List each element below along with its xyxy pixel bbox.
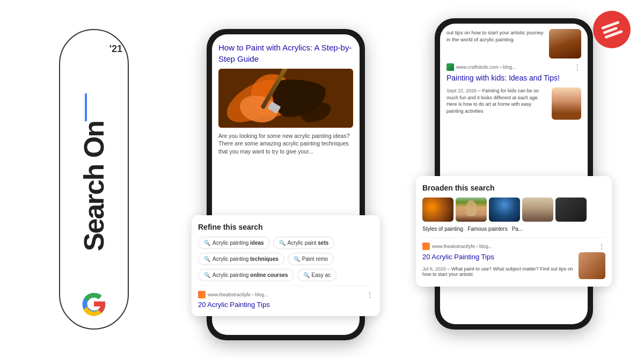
bottom-article-title[interactable]: 20 Acrylic Painting Tips (198, 301, 374, 309)
bottom-article-section: www.theabstractlyfe › blog... ⋮ 20 Acryl… (198, 286, 374, 309)
source-info: www.theabstractlyfe › blog... (198, 291, 268, 298)
year-label: '21 (109, 43, 122, 55)
source-text: www.theabstractlyfe › blog... (208, 292, 268, 297)
phone2-bottom-more-options-icon[interactable]: ⋮ (598, 242, 605, 251)
phone2-bottom-source-info: www.theabstractlyfe › blog... (422, 243, 493, 250)
broaden-chip-famous[interactable]: Famous painters (467, 226, 507, 232)
mid-source-row: www.craftskids.com › blog... ⋮ (447, 63, 581, 71)
broaden-chip-row: Styles of painting Famous painters Pa... (422, 226, 605, 232)
logo-pill: '21 Search On (59, 29, 129, 330)
phone2-bottom-desc: Jul 6, 2020 – What paint to use? What su… (422, 266, 574, 277)
google-logo (80, 290, 107, 317)
phone2-wrapper: out tips on how to start your artistic j… (435, 18, 593, 330)
styles-of-painting-label: Styles of painting (422, 226, 463, 232)
refine-chip-row-3: 🔍 Acrylic painting online courses 🔍 Easy… (198, 269, 374, 281)
phone2-bottom-favicon (422, 243, 430, 250)
broaden-panel: Broaden this search (416, 176, 612, 287)
phone2-bottom-result: www.theabstractlyfe › blog... ⋮ 20 Acryl… (422, 237, 605, 279)
top-right-logo (593, 11, 631, 48)
chip-paint-remo[interactable]: 🔍 Paint remo (288, 253, 334, 265)
starry-painting-thumb (489, 198, 520, 222)
mid-article-image (552, 87, 581, 120)
phone1-article-desc: Are you looking for some new acrylic pai… (218, 132, 353, 156)
phone2-bottom-result-row: 20 Acrylic Painting Tips Jul 6, 2020 – W… (422, 252, 605, 279)
broaden-image-row (422, 198, 605, 222)
mid-snippet-text: Sept 22, 2020 – Painting for kids can be… (447, 87, 547, 120)
broaden-chip-pa[interactable]: Pa... (512, 226, 523, 232)
search-icon-chip3: 🔍 (204, 256, 210, 262)
brand-text: Search On (80, 93, 108, 251)
main-container: '21 Search On How to Paint with Acrylics… (0, 0, 644, 358)
search-icon-chip4: 🔍 (294, 256, 300, 262)
snippet-text: out tips on how to start your artistic j… (447, 29, 545, 59)
logo-stripes (601, 20, 623, 39)
dark-thumb (555, 198, 587, 222)
broaden-img-4 (522, 198, 553, 222)
phone1-wrapper: How to Paint with Acrylics: A Step-by-St… (207, 29, 365, 340)
chip3-text: Acrylic painting techniques (213, 256, 279, 262)
broaden-heading: Broaden this search (422, 184, 605, 192)
chip1-text: Acrylic painting ideas (213, 240, 264, 246)
painting-visual (218, 69, 353, 128)
mid-article-title[interactable]: Painting with kids: Ideas and Tips! (447, 73, 581, 84)
phone1-article-title: How to Paint with Acrylics: A Step-by-St… (218, 42, 353, 64)
broaden-img-1 (422, 198, 453, 222)
chip5-text: Acrylic painting online courses (213, 272, 288, 278)
cursor-icon (85, 93, 87, 121)
mona-painting-thumb (456, 198, 487, 222)
phone2-bottom-date: Jul 6, 2020 (422, 266, 446, 272)
chip-acrylic-painting-ideas[interactable]: 🔍 Acrylic painting ideas (198, 237, 270, 249)
phone1-article-image (218, 69, 353, 128)
chip4-text: Paint remo (302, 256, 328, 262)
left-logo-section: '21 Search On (51, 29, 137, 330)
phone2-bottom-title[interactable]: 20 Acrylic Painting Tips (422, 252, 574, 262)
mid-source-text: www.craftskids.com › blog... (456, 64, 516, 70)
mid-snippet: Sept 22, 2020 – Painting for kids can be… (447, 87, 581, 120)
more-options-icon[interactable]: ⋮ (366, 290, 374, 299)
search-icon-chip5: 🔍 (204, 272, 210, 278)
top-snippet-image (549, 29, 581, 59)
refine-panel-container: Refine this search 🔍 Acrylic painting id… (196, 215, 376, 316)
broaden-chip-styles[interactable]: Styles of painting (422, 226, 463, 232)
mid-favicon-icon (447, 63, 454, 71)
favicon-icon (198, 291, 206, 298)
mid-date: Sept 22, 2020 (447, 88, 477, 93)
broaden-img-2 (456, 198, 487, 222)
top-snippet: out tips on how to start your artistic j… (447, 29, 581, 59)
mid-source-info: www.craftskids.com › blog... (447, 63, 516, 71)
phone2-bottom-text: 20 Acrylic Painting Tips Jul 6, 2020 – W… (422, 252, 574, 277)
phone2-bottom-dash: – (448, 266, 452, 272)
source-row: www.theabstractlyfe › blog... ⋮ (198, 290, 374, 299)
chip-acrylic-painting-online-courses[interactable]: 🔍 Acrylic painting online courses (198, 269, 294, 281)
chip6-text: Easy ac (312, 272, 331, 278)
portrait-thumb (522, 198, 553, 222)
chip2-text: Acrylic paint sets (288, 240, 329, 246)
phone2-top-section: out tips on how to start your artistic j… (440, 24, 588, 129)
search-icon-chip2: 🔍 (279, 240, 286, 246)
refine-heading: Refine this search (198, 223, 374, 231)
refine-chip-row-1: 🔍 Acrylic painting ideas 🔍 Acrylic paint… (198, 237, 374, 249)
warm-painting-thumb (422, 198, 453, 222)
google-g-icon (80, 290, 107, 317)
search-icon-chip1: 🔍 (204, 240, 210, 246)
broaden-img-3 (489, 198, 520, 222)
refine-chip-row-2: 🔍 Acrylic painting techniques 🔍 Paint re… (198, 253, 374, 265)
phone2-bottom-image (579, 252, 605, 279)
pa-label: Pa... (512, 226, 523, 232)
mid-dash: – (478, 88, 482, 93)
mid-more-options-icon[interactable]: ⋮ (574, 63, 581, 71)
chip-acrylic-painting-techniques[interactable]: 🔍 Acrylic painting techniques (198, 253, 284, 265)
refine-panel: Refine this search 🔍 Acrylic painting id… (192, 215, 380, 316)
broaden-img-5 (555, 198, 587, 222)
famous-painters-label: Famous painters (467, 226, 507, 232)
phone2-bottom-source-text: www.theabstractlyfe › blog... (432, 244, 493, 249)
chip-easy-ac[interactable]: 🔍 Easy ac (297, 269, 337, 281)
broaden-panel-container: Broaden this search (421, 176, 606, 287)
chip-acrylic-paint-sets[interactable]: 🔍 Acrylic paint sets (273, 237, 335, 249)
search-icon-chip6: 🔍 (303, 272, 310, 278)
phone2-bottom-source-row: www.theabstractlyfe › blog... ⋮ (422, 242, 605, 251)
